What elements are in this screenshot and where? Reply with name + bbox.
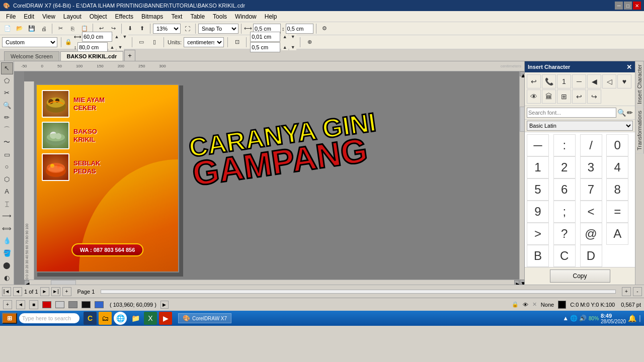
char-cell-6[interactable]: 6 (553, 178, 576, 201)
color-swatch-blue[interactable] (95, 301, 104, 308)
char-cell-8[interactable]: 8 (606, 178, 628, 201)
tab-add-button[interactable]: + (124, 50, 135, 61)
char-cell-slash[interactable]: / (580, 134, 602, 156)
menu-window[interactable]: Window (231, 12, 261, 21)
zoom-tool[interactable]: 🔍 (1, 100, 13, 112)
polygon-tool[interactable]: ⬡ (1, 173, 13, 186)
status-expand-button[interactable]: ▶ (160, 301, 169, 309)
tray-up-arrow[interactable]: ▲ (562, 315, 569, 322)
menu-view[interactable]: View (38, 12, 59, 21)
char-cell-semicolon[interactable]: ; (553, 201, 576, 223)
menu-text[interactable]: Text (167, 12, 186, 21)
shape-tool[interactable]: ⬠ (1, 75, 13, 87)
banner-design[interactable]: MIE AYAM CEKER (36, 84, 179, 273)
color-swatch-dark-gray[interactable] (68, 301, 77, 308)
char-cell-B[interactable]: B (527, 245, 549, 267)
taskbar-icon-coreldraw[interactable]: C (84, 312, 97, 325)
taskbar-icon-media[interactable]: ▶ (159, 312, 172, 325)
char-cell-colon[interactable]: : (553, 134, 576, 156)
scrollbar-vertical[interactable]: ▲ ▼ (519, 71, 524, 285)
transparency-tool[interactable]: ◐ (1, 272, 13, 284)
add-page-status-button[interactable]: + (3, 300, 12, 309)
taskbar-icon-explorer[interactable]: 🗂 (99, 312, 112, 325)
stop-button[interactable]: ■ (29, 300, 38, 309)
scroll-right-button[interactable]: ► (514, 280, 519, 285)
char-icon-building[interactable]: 🏛 (542, 89, 556, 104)
menu-layout[interactable]: Layout (59, 12, 86, 21)
prev-page-status-button[interactable]: ◄ (16, 300, 25, 309)
char-icon-eye[interactable]: 👁 (527, 89, 541, 104)
artistic-tool[interactable]: 〜 (1, 136, 13, 148)
tray-network-icon[interactable]: 🌐 (570, 315, 578, 322)
char-cell-3[interactable]: 3 (580, 156, 602, 178)
maximize-button[interactable]: □ (624, 2, 632, 10)
char-icon-heart[interactable]: ♥ (617, 74, 631, 88)
char-cell-dash[interactable]: ─ (527, 134, 549, 156)
page-height-field[interactable] (77, 42, 108, 52)
tray-clock[interactable]: 8:49 28/05/2020 (601, 313, 626, 324)
menu-bitmaps[interactable]: Bitmaps (137, 12, 167, 21)
scroll-thumb[interactable] (520, 107, 524, 132)
panel-close-button[interactable]: ✕ (626, 63, 632, 71)
char-cell-2[interactable]: 2 (553, 156, 576, 178)
nudge-down-button[interactable]: ▼ (289, 34, 296, 40)
menu-help[interactable]: Help (261, 12, 281, 21)
nudge2-down-button[interactable]: ▼ (289, 44, 296, 50)
char-icon-left[interactable]: ◀ (587, 74, 601, 88)
menu-edit[interactable]: Edit (20, 12, 38, 21)
char-cell-C[interactable]: C (553, 245, 576, 267)
fill-tool[interactable]: 🪣 (1, 247, 13, 259)
page-prev-button[interactable]: ◄ (13, 287, 22, 296)
bezier-tool[interactable]: ⌒ (1, 124, 13, 136)
tab-bakso[interactable]: BAKSO KRIKIL.cdr (60, 51, 124, 61)
rect-tool[interactable]: ▭ (1, 149, 13, 161)
select-tool[interactable]: ↖ (1, 62, 13, 74)
taskbar-icon-files[interactable]: 📁 (129, 312, 142, 325)
menu-tools[interactable]: Tools (209, 12, 231, 21)
subset-select[interactable]: Basic Latin Latin Extended (527, 121, 633, 131)
eyedropper-tool[interactable]: 💧 (1, 235, 13, 247)
preset-select[interactable]: Custom (2, 37, 57, 47)
page-first-button[interactable]: |◄ (2, 287, 11, 296)
width-down-button[interactable]: ▼ (121, 34, 128, 40)
connector-tool[interactable]: ⟶ (1, 210, 13, 222)
height-up-button[interactable]: ▲ (109, 44, 116, 50)
landscape-button[interactable]: ▯ (149, 37, 160, 48)
char-icon-phone[interactable]: 📞 (542, 74, 556, 88)
print-button[interactable]: 🖨 (38, 23, 49, 34)
side-tab-transformations[interactable]: Transformations (635, 108, 644, 154)
taskbar-active-app[interactable]: 🎨 CorelDRAW X7 (178, 313, 231, 323)
scroll-left-button[interactable]: ◄ (24, 280, 29, 285)
save-button[interactable]: 💾 (26, 23, 37, 34)
nudge-field[interactable] (250, 32, 280, 42)
char-icon-left2[interactable]: ◁ (602, 74, 616, 88)
snap-to-select[interactable]: Snap To (198, 24, 238, 34)
width-up-button[interactable]: ▲ (113, 34, 120, 40)
menu-file[interactable]: File (2, 12, 20, 21)
parallel-dim-tool[interactable]: ⌶ (1, 198, 13, 210)
cut-button[interactable]: ✂ (55, 23, 66, 34)
show-desktop-button[interactable]: │ (638, 315, 642, 321)
zoom-in-view-button[interactable]: + (622, 287, 631, 296)
side-tab-insert-char[interactable]: Insert Character (635, 61, 644, 108)
char-icon-arrow[interactable]: ↩ (527, 74, 541, 88)
zoom-out-view-button[interactable]: - (633, 287, 642, 296)
taskbar-icon-excel[interactable]: X (144, 312, 157, 325)
open-button[interactable]: 📂 (14, 23, 25, 34)
menu-object[interactable]: Object (86, 12, 111, 21)
freehand-tool[interactable]: ✏ (1, 112, 13, 124)
menu-table[interactable]: Table (186, 12, 209, 21)
char-cell-7[interactable]: 7 (580, 178, 602, 201)
options-button[interactable]: ⚙ (319, 23, 330, 34)
font-edit-icon[interactable]: ✏ (627, 109, 633, 117)
taskbar-icon-chrome[interactable]: 🌐 (114, 312, 127, 325)
nudge2-up-button[interactable]: ▲ (281, 44, 288, 50)
menu-effects[interactable]: Effects (111, 12, 137, 21)
font-search-input[interactable] (527, 108, 616, 118)
char-cell-gt[interactable]: > (527, 223, 549, 245)
crop-tool[interactable]: ✂ (1, 87, 13, 99)
color-swatch-red[interactable] (42, 301, 51, 308)
smart-fill-tool[interactable]: ⬤ (1, 259, 13, 272)
units-select[interactable]: centimeters inches (184, 37, 224, 47)
char-cell-0[interactable]: 0 (606, 134, 628, 156)
